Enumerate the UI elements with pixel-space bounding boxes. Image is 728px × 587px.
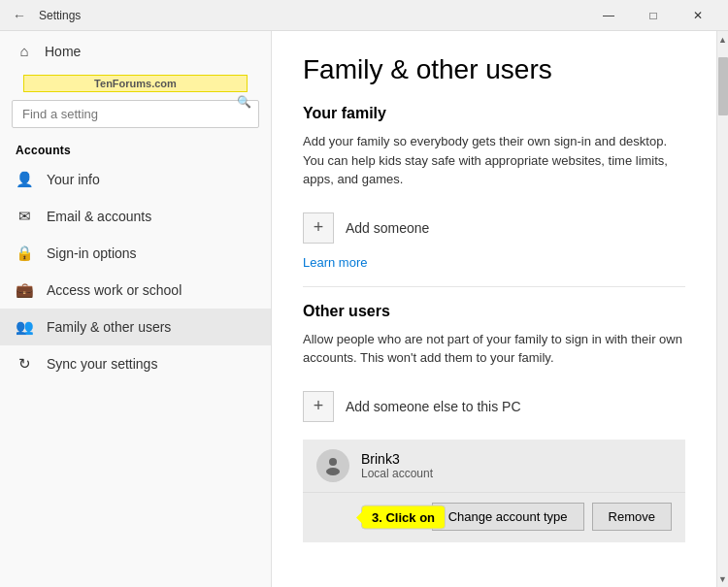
sidebar-item-label: Sign-in options: [47, 245, 255, 261]
user-action-row: 3. Click on Change account type Remove: [303, 492, 685, 542]
sidebar-item-sign-in[interactable]: 🔒 Sign-in options: [0, 235, 271, 272]
your-family-heading: Your family: [303, 105, 685, 122]
scrollbar-thumb[interactable]: [718, 57, 728, 115]
home-icon: ⌂: [16, 43, 33, 59]
scrollbar-up-button[interactable]: ▲: [717, 31, 729, 48]
search-icon: 🔍: [237, 95, 251, 109]
add-other-icon: +: [303, 391, 334, 422]
change-account-type-button[interactable]: Change account type: [432, 503, 584, 531]
your-family-desc: Add your family so everybody gets their …: [303, 132, 685, 189]
sidebar-item-access-work[interactable]: 💼 Access work or school: [0, 272, 271, 309]
family-icon: 👥: [16, 318, 33, 336]
search-input[interactable]: [12, 100, 259, 128]
sidebar-item-label: Email & accounts: [47, 209, 255, 224]
svg-point-0: [329, 458, 337, 466]
window-controls: — □ ✕: [586, 0, 720, 31]
sidebar-section-accounts: Accounts: [0, 136, 271, 161]
watermark: TenForums.com: [23, 75, 248, 92]
user-item-brink3[interactable]: Brink3 Local account: [303, 440, 685, 492]
sidebar-home-label: Home: [45, 44, 81, 59]
sidebar-item-family[interactable]: 👥 Family & other users 1. Click on: [0, 309, 271, 345]
maximize-button[interactable]: □: [631, 0, 676, 31]
remove-button[interactable]: Remove: [592, 503, 672, 531]
access-work-icon: 💼: [16, 281, 33, 299]
sidebar-item-sync[interactable]: ↻ Sync your settings: [0, 345, 271, 382]
sidebar-item-email-accounts[interactable]: ✉ Email & accounts: [0, 198, 271, 235]
minimize-button[interactable]: —: [586, 0, 631, 31]
sync-icon: ↻: [16, 355, 33, 373]
back-button[interactable]: ←: [8, 4, 31, 27]
section-divider: [303, 286, 685, 287]
add-family-icon: +: [303, 212, 334, 244]
add-other-label: Add someone else to this PC: [346, 399, 521, 414]
add-other-user-button[interactable]: + Add someone else to this PC: [303, 381, 521, 432]
scrollbar-down-button[interactable]: ▼: [717, 571, 729, 587]
other-users-section: Other users Allow people who are not par…: [303, 303, 685, 542]
sidebar-item-label: Family & other users: [47, 319, 255, 335]
add-family-label: Add someone: [346, 220, 429, 236]
sidebar-item-label: Your info: [47, 172, 255, 187]
close-button[interactable]: ✕: [676, 0, 720, 31]
your-info-icon: 👤: [16, 171, 33, 188]
callout-step3: 3. Click on: [361, 505, 446, 530]
email-icon: ✉: [16, 208, 33, 225]
user-avatar: [316, 449, 349, 482]
user-type: Local account: [361, 467, 433, 480]
add-family-member-button[interactable]: + Add someone: [303, 203, 429, 253]
sign-in-icon: 🔒: [16, 245, 33, 262]
sidebar-item-label: Access work or school: [47, 282, 255, 298]
sidebar-item-label: Sync your settings: [47, 356, 255, 372]
sidebar-item-home[interactable]: ⌂ Home: [0, 31, 271, 71]
scrollbar: ▲ ▼: [716, 31, 728, 587]
title-bar-title: Settings: [39, 9, 81, 22]
user-info: Brink3 Local account: [361, 451, 433, 480]
learn-more-link[interactable]: Learn more: [303, 255, 367, 270]
main-content: Family & other users Your family Add you…: [272, 31, 716, 587]
your-family-section: Your family Add your family so everybody…: [303, 105, 685, 271]
scrollbar-track: [717, 48, 729, 571]
user-name: Brink3: [361, 451, 433, 467]
sidebar-item-your-info[interactable]: 👤 Your info: [0, 161, 271, 198]
sidebar: ⌂ Home TenForums.com 🔍 Accounts 👤 Your i…: [0, 31, 272, 587]
svg-point-1: [326, 468, 340, 475]
other-users-desc: Allow people who are not part of your fa…: [303, 330, 685, 368]
title-bar: ← Settings — □ ✕: [0, 0, 728, 31]
page-title: Family & other users: [303, 54, 685, 85]
sidebar-search-container: TenForums.com 🔍: [12, 75, 259, 128]
other-users-heading: Other users: [303, 303, 685, 320]
